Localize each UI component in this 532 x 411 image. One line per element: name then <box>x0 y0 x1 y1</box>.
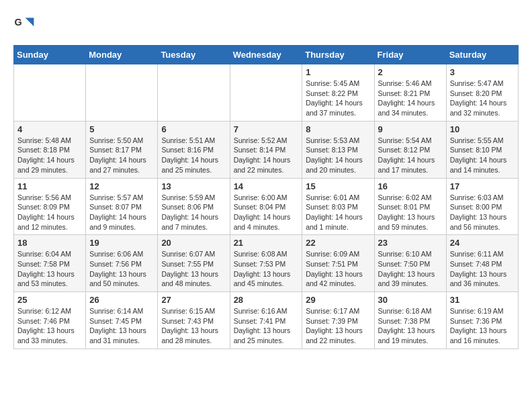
day-number: 21 <box>234 238 299 248</box>
calendar-empty-cell <box>14 64 86 122</box>
calendar-week-row: 1Sunrise: 5:45 AM Sunset: 8:22 PM Daylig… <box>14 64 519 122</box>
calendar-empty-cell <box>158 64 230 122</box>
day-info: Sunrise: 5:51 AM Sunset: 8:16 PM Dayligh… <box>161 136 226 175</box>
day-info: Sunrise: 6:12 AM Sunset: 7:46 PM Dayligh… <box>17 306 82 346</box>
day-number: 1 <box>306 67 370 77</box>
calendar-day-28: 28Sunrise: 6:16 AM Sunset: 7:41 PM Dayli… <box>230 292 302 349</box>
calendar-week-row: 11Sunrise: 5:56 AM Sunset: 8:09 PM Dayli… <box>14 178 519 235</box>
calendar-table: SundayMondayTuesdayWednesdayThursdayFrid… <box>13 45 519 349</box>
calendar-day-1: 1Sunrise: 5:45 AM Sunset: 8:22 PM Daylig… <box>302 64 374 122</box>
page-header: G <box>13 13 519 35</box>
day-info: Sunrise: 5:52 AM Sunset: 8:14 PM Dayligh… <box>234 136 299 175</box>
calendar-day-29: 29Sunrise: 6:17 AM Sunset: 7:39 PM Dayli… <box>302 292 374 349</box>
calendar-day-16: 16Sunrise: 6:02 AM Sunset: 8:01 PM Dayli… <box>374 178 446 235</box>
day-info: Sunrise: 5:48 AM Sunset: 8:18 PM Dayligh… <box>17 136 82 175</box>
weekday-header-row: SundayMondayTuesdayWednesdayThursdayFrid… <box>14 46 519 64</box>
calendar-day-10: 10Sunrise: 5:55 AM Sunset: 8:10 PM Dayli… <box>446 121 518 178</box>
calendar-day-25: 25Sunrise: 6:12 AM Sunset: 7:46 PM Dayli… <box>14 292 86 349</box>
day-number: 10 <box>450 124 515 134</box>
calendar-day-12: 12Sunrise: 5:57 AM Sunset: 8:07 PM Dayli… <box>86 178 158 235</box>
day-info: Sunrise: 5:59 AM Sunset: 8:06 PM Dayligh… <box>161 193 226 232</box>
day-info: Sunrise: 5:53 AM Sunset: 8:13 PM Dayligh… <box>306 136 370 175</box>
day-number: 25 <box>17 295 82 305</box>
day-info: Sunrise: 5:57 AM Sunset: 8:07 PM Dayligh… <box>89 193 154 232</box>
day-number: 24 <box>450 238 515 248</box>
calendar-day-6: 6Sunrise: 5:51 AM Sunset: 8:16 PM Daylig… <box>158 121 230 178</box>
day-info: Sunrise: 6:15 AM Sunset: 7:43 PM Dayligh… <box>161 306 226 346</box>
weekday-header-saturday: Saturday <box>446 46 518 64</box>
weekday-header-monday: Monday <box>86 46 158 64</box>
day-number: 3 <box>450 67 515 77</box>
calendar-day-21: 21Sunrise: 6:08 AM Sunset: 7:53 PM Dayli… <box>230 235 302 292</box>
calendar-day-27: 27Sunrise: 6:15 AM Sunset: 7:43 PM Dayli… <box>158 292 230 349</box>
day-info: Sunrise: 6:16 AM Sunset: 7:41 PM Dayligh… <box>234 306 299 346</box>
day-info: Sunrise: 6:01 AM Sunset: 8:03 PM Dayligh… <box>306 193 370 232</box>
weekday-header-tuesday: Tuesday <box>158 46 230 64</box>
day-info: Sunrise: 5:56 AM Sunset: 8:09 PM Dayligh… <box>17 193 82 232</box>
day-number: 16 <box>378 181 443 191</box>
day-number: 13 <box>161 181 226 191</box>
calendar-week-row: 18Sunrise: 6:04 AM Sunset: 7:58 PM Dayli… <box>14 235 519 292</box>
day-info: Sunrise: 6:09 AM Sunset: 7:51 PM Dayligh… <box>306 249 370 289</box>
calendar-day-2: 2Sunrise: 5:46 AM Sunset: 8:21 PM Daylig… <box>374 64 446 122</box>
calendar-day-17: 17Sunrise: 6:03 AM Sunset: 8:00 PM Dayli… <box>446 178 518 235</box>
calendar-day-8: 8Sunrise: 5:53 AM Sunset: 8:13 PM Daylig… <box>302 121 374 178</box>
day-number: 18 <box>17 238 82 248</box>
day-number: 7 <box>234 124 299 134</box>
day-number: 26 <box>89 295 154 305</box>
day-info: Sunrise: 6:04 AM Sunset: 7:58 PM Dayligh… <box>17 249 82 289</box>
day-info: Sunrise: 5:46 AM Sunset: 8:21 PM Dayligh… <box>378 79 443 118</box>
day-number: 6 <box>161 124 226 134</box>
calendar-day-14: 14Sunrise: 6:00 AM Sunset: 8:04 PM Dayli… <box>230 178 302 235</box>
calendar-day-23: 23Sunrise: 6:10 AM Sunset: 7:50 PM Dayli… <box>374 235 446 292</box>
svg-text:G: G <box>15 17 22 28</box>
calendar-day-5: 5Sunrise: 5:50 AM Sunset: 8:17 PM Daylig… <box>86 121 158 178</box>
weekday-header-friday: Friday <box>374 46 446 64</box>
calendar-day-3: 3Sunrise: 5:47 AM Sunset: 8:20 PM Daylig… <box>446 64 518 122</box>
day-info: Sunrise: 6:14 AM Sunset: 7:45 PM Dayligh… <box>89 306 154 346</box>
calendar-day-13: 13Sunrise: 5:59 AM Sunset: 8:06 PM Dayli… <box>158 178 230 235</box>
day-number: 19 <box>89 238 154 248</box>
day-info: Sunrise: 6:19 AM Sunset: 7:36 PM Dayligh… <box>450 306 515 346</box>
day-number: 2 <box>378 67 443 77</box>
day-info: Sunrise: 5:50 AM Sunset: 8:17 PM Dayligh… <box>89 136 154 175</box>
calendar-empty-cell <box>86 64 158 122</box>
calendar-day-15: 15Sunrise: 6:01 AM Sunset: 8:03 PM Dayli… <box>302 178 374 235</box>
day-number: 28 <box>234 295 299 305</box>
day-number: 31 <box>450 295 515 305</box>
day-number: 5 <box>89 124 154 134</box>
calendar-day-30: 30Sunrise: 6:18 AM Sunset: 7:38 PM Dayli… <box>374 292 446 349</box>
weekday-header-thursday: Thursday <box>302 46 374 64</box>
calendar-day-4: 4Sunrise: 5:48 AM Sunset: 8:18 PM Daylig… <box>14 121 86 178</box>
day-number: 4 <box>17 124 82 134</box>
weekday-header-wednesday: Wednesday <box>230 46 302 64</box>
day-info: Sunrise: 6:07 AM Sunset: 7:55 PM Dayligh… <box>161 249 226 289</box>
day-number: 15 <box>306 181 370 191</box>
day-number: 20 <box>161 238 226 248</box>
day-info: Sunrise: 6:03 AM Sunset: 8:00 PM Dayligh… <box>450 193 515 232</box>
calendar-day-9: 9Sunrise: 5:54 AM Sunset: 8:12 PM Daylig… <box>374 121 446 178</box>
day-number: 23 <box>378 238 443 248</box>
day-number: 12 <box>89 181 154 191</box>
day-info: Sunrise: 6:18 AM Sunset: 7:38 PM Dayligh… <box>378 306 443 346</box>
day-info: Sunrise: 6:10 AM Sunset: 7:50 PM Dayligh… <box>378 249 443 289</box>
calendar-day-7: 7Sunrise: 5:52 AM Sunset: 8:14 PM Daylig… <box>230 121 302 178</box>
calendar-day-24: 24Sunrise: 6:11 AM Sunset: 7:48 PM Dayli… <box>446 235 518 292</box>
day-number: 22 <box>306 238 370 248</box>
calendar-day-26: 26Sunrise: 6:14 AM Sunset: 7:45 PM Dayli… <box>86 292 158 349</box>
day-info: Sunrise: 6:08 AM Sunset: 7:53 PM Dayligh… <box>234 249 299 289</box>
day-info: Sunrise: 5:45 AM Sunset: 8:22 PM Dayligh… <box>306 79 370 118</box>
day-number: 8 <box>306 124 370 134</box>
calendar-empty-cell <box>230 64 302 122</box>
day-info: Sunrise: 6:17 AM Sunset: 7:39 PM Dayligh… <box>306 306 370 346</box>
calendar-day-20: 20Sunrise: 6:07 AM Sunset: 7:55 PM Dayli… <box>158 235 230 292</box>
day-number: 30 <box>378 295 443 305</box>
day-number: 29 <box>306 295 370 305</box>
calendar-day-19: 19Sunrise: 6:06 AM Sunset: 7:56 PM Dayli… <box>86 235 158 292</box>
day-info: Sunrise: 6:06 AM Sunset: 7:56 PM Dayligh… <box>89 249 154 289</box>
calendar-day-22: 22Sunrise: 6:09 AM Sunset: 7:51 PM Dayli… <box>302 235 374 292</box>
calendar-day-11: 11Sunrise: 5:56 AM Sunset: 8:09 PM Dayli… <box>14 178 86 235</box>
day-info: Sunrise: 6:00 AM Sunset: 8:04 PM Dayligh… <box>234 193 299 232</box>
calendar-week-row: 25Sunrise: 6:12 AM Sunset: 7:46 PM Dayli… <box>14 292 519 349</box>
day-info: Sunrise: 6:02 AM Sunset: 8:01 PM Dayligh… <box>378 193 443 232</box>
